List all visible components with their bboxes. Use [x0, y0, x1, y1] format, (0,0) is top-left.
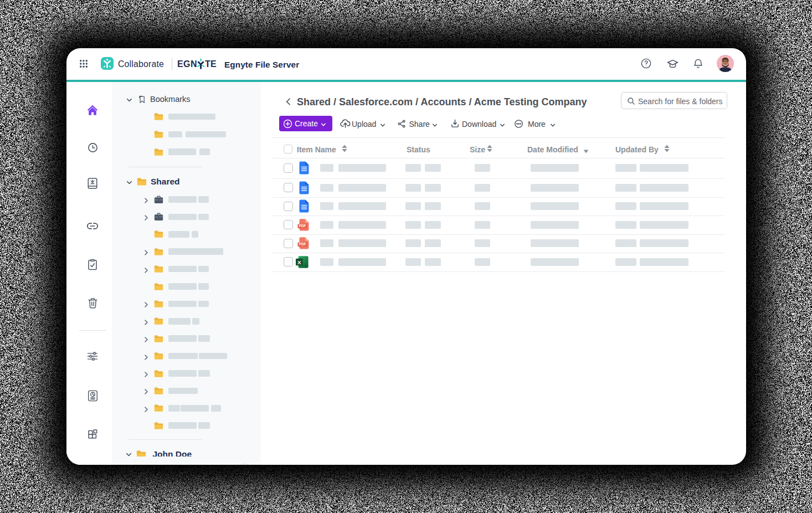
- svg-text:PDF: PDF: [299, 224, 306, 228]
- svg-text:X: X: [297, 259, 301, 265]
- svg-text:PDF: PDF: [299, 242, 306, 246]
